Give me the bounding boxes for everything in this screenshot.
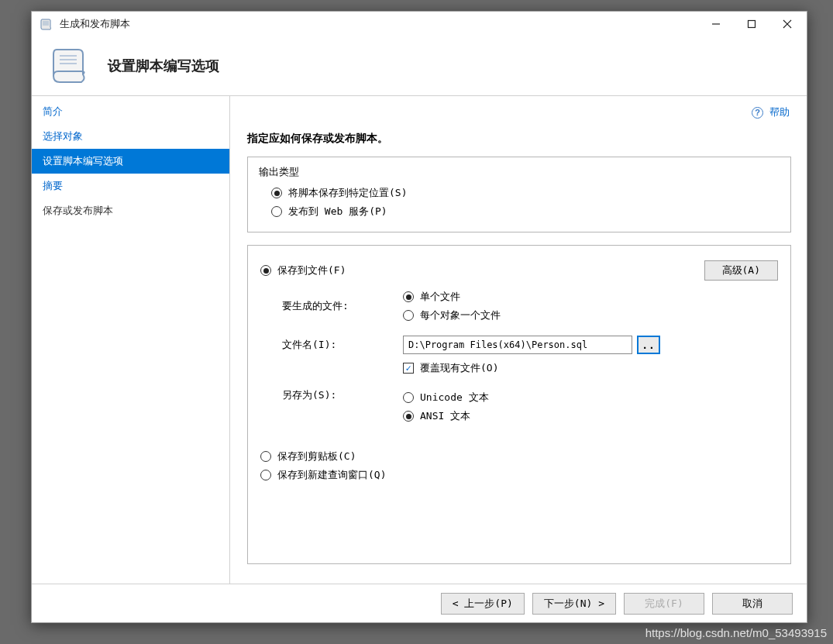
- radio-label: 单个文件: [420, 290, 460, 304]
- radio-icon: [260, 451, 271, 462]
- page-title: 设置脚本编写选项: [108, 57, 219, 75]
- files-to-generate-label: 要生成的文件:: [282, 299, 403, 313]
- wizard-body: 简介 选择对象 设置脚本编写选项 摘要 保存或发布脚本 ? 帮助 指定应如何保存…: [32, 96, 807, 584]
- nav-choose-objects[interactable]: 选择对象: [32, 124, 229, 149]
- save-as-label: 另存为(S):: [282, 388, 403, 402]
- radio-icon: [403, 291, 414, 302]
- radio-label: 每个对象一个文件: [420, 308, 501, 322]
- cancel-button[interactable]: 取消: [712, 593, 793, 615]
- prev-button[interactable]: < 上一步(P): [441, 593, 525, 615]
- help-icon: ?: [752, 107, 763, 119]
- wizard-footer: < 上一步(P) 下一步(N) > 完成(F) 取消: [32, 584, 807, 622]
- radio-label: 保存到文件(F): [277, 263, 346, 277]
- nav-intro[interactable]: 简介: [32, 99, 229, 124]
- radio-label: 将脚本保存到特定位置(S): [288, 186, 407, 200]
- radio-icon: [271, 188, 282, 198]
- radio-icon: [403, 310, 414, 321]
- help-link[interactable]: ? 帮助: [752, 105, 790, 119]
- radio-save-clipboard[interactable]: 保存到剪贴板(C): [260, 447, 778, 466]
- radio-label: 保存到剪贴板(C): [277, 449, 356, 463]
- minimize-button[interactable]: [698, 12, 734, 36]
- wizard-sidebar: 简介 选择对象 设置脚本编写选项 摘要 保存或发布脚本: [32, 96, 230, 584]
- radio-ansi[interactable]: ANSI 文本: [403, 407, 778, 425]
- nav-summary[interactable]: 摘要: [32, 174, 229, 198]
- nav-set-options[interactable]: 设置脚本编写选项: [32, 149, 229, 174]
- radio-icon: [260, 470, 271, 480]
- radio-unicode[interactable]: Unicode 文本: [403, 388, 778, 407]
- next-button[interactable]: 下一步(N) >: [532, 593, 616, 615]
- radio-save-new-query[interactable]: 保存到新建查询窗口(Q): [260, 466, 778, 484]
- radio-icon: [403, 392, 414, 403]
- instruction-text: 指定应如何保存或发布脚本。: [247, 132, 791, 146]
- radio-publish-web[interactable]: 发布到 Web 服务(P): [259, 202, 780, 221]
- output-type-group: 输出类型 将脚本保存到特定位置(S) 发布到 Web 服务(P): [247, 157, 791, 232]
- nav-save-publish: 保存或发布脚本: [32, 198, 229, 223]
- window-title: 生成和发布脚本: [60, 17, 698, 31]
- finish-button: 完成(F): [624, 593, 704, 615]
- radio-label: Unicode 文本: [420, 391, 489, 405]
- advanced-button[interactable]: 高级(A): [704, 260, 778, 281]
- filename-input[interactable]: [403, 336, 632, 354]
- wizard-content: ? 帮助 指定应如何保存或发布脚本。 输出类型 将脚本保存到特定位置(S) 发布…: [230, 96, 807, 584]
- radio-label: 发布到 Web 服务(P): [288, 205, 387, 219]
- radio-save-to-file[interactable]: 保存到文件(F) 高级(A): [260, 258, 778, 283]
- app-icon: [40, 17, 53, 31]
- checkbox-icon: ✓: [403, 363, 414, 374]
- radio-icon: [403, 411, 414, 422]
- help-label: 帮助: [769, 105, 790, 119]
- output-type-legend: 输出类型: [259, 165, 780, 179]
- save-options-group: 保存到文件(F) 高级(A) 要生成的文件: 单个文件: [247, 245, 791, 564]
- radio-per-object[interactable]: 每个对象一个文件: [403, 306, 778, 325]
- file-options: 要生成的文件: 单个文件 每个对象一个文件: [260, 288, 778, 425]
- watermark: https://blog.csdn.net/m0_53493915: [645, 626, 827, 639]
- close-button[interactable]: [769, 12, 805, 36]
- filename-label: 文件名(I):: [282, 338, 403, 352]
- window-controls: [698, 12, 805, 36]
- svg-rect-1: [749, 21, 756, 28]
- checkbox-overwrite[interactable]: ✓ 覆盖现有文件(O): [403, 359, 498, 377]
- radio-icon: [271, 206, 282, 217]
- checkbox-label: 覆盖现有文件(O): [420, 361, 498, 375]
- radio-label: 保存到新建查询窗口(Q): [277, 468, 386, 482]
- script-icon: [47, 43, 92, 88]
- browse-button[interactable]: ..: [637, 336, 660, 354]
- radio-label: ANSI 文本: [420, 409, 470, 423]
- radio-icon: [260, 265, 271, 276]
- radio-single-file[interactable]: 单个文件: [403, 288, 778, 306]
- wizard-window: 生成和发布脚本 设置脚本编写选项 简介: [31, 11, 807, 623]
- wizard-header: 设置脚本编写选项: [32, 36, 807, 95]
- radio-save-location[interactable]: 将脚本保存到特定位置(S): [259, 184, 780, 202]
- title-bar: 生成和发布脚本: [32, 12, 807, 36]
- maximize-button[interactable]: [734, 12, 769, 36]
